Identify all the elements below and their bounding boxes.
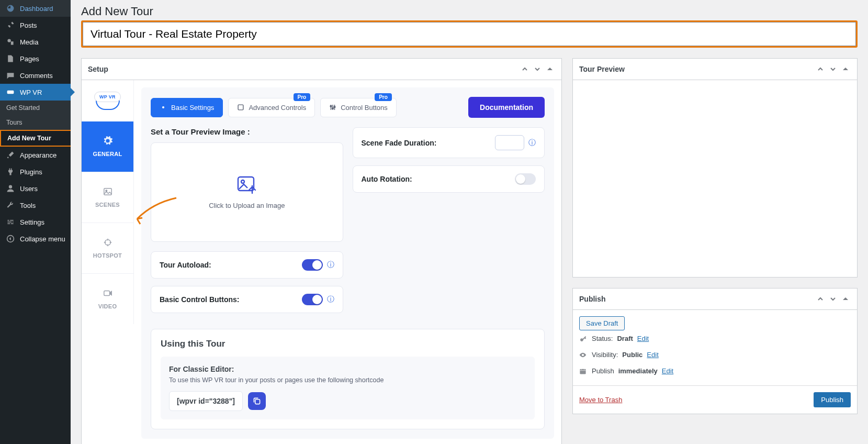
edit-visibility-link[interactable]: Edit [647,351,658,359]
preview-image-label: Set a Tour Preview Image : [151,127,343,136]
tab-general[interactable]: GENERAL [82,121,134,172]
status-row: Status: Draft Edit [579,330,851,347]
chip-advanced-controls[interactable]: Pro Advanced Controls [228,98,315,117]
info-icon[interactable]: ⓘ [528,138,536,148]
tour-preview-metabox: Tour Preview [572,58,858,278]
comment-icon [5,71,16,80]
caret-up-icon[interactable] [840,64,851,74]
save-draft-button[interactable]: Save Draft [579,316,625,330]
sidebar-item-users[interactable]: Users [0,180,71,197]
edit-status-link[interactable]: Edit [637,335,649,342]
publish-button[interactable]: Publish [814,392,851,407]
media-icon [5,38,16,46]
chevron-down-icon[interactable] [532,64,543,74]
chip-label: Control Buttons [341,104,388,112]
info-icon[interactable]: ⓘ [327,295,334,304]
setup-header: Setup [82,59,561,80]
chip-basic-settings[interactable]: Basic Settings [151,98,223,117]
chip-label: Advanced Controls [249,104,306,112]
upload-image-icon [236,175,257,194]
svg-point-11 [332,108,334,109]
auto-rotation-row: Auto Rotation: [353,165,545,193]
setting-label: Tour Autoload: [160,261,211,269]
chevron-up-icon[interactable] [520,64,530,74]
page-title: Add New Tour [81,0,858,20]
move-to-trash-link[interactable]: Move to Trash [579,396,622,404]
tab-label: HOTSPOT [93,252,122,259]
page-icon [5,54,16,63]
using-tour-title: Using this Tour [161,339,535,349]
tab-scenes[interactable]: SCENES [82,172,134,223]
tab-label: GENERAL [93,151,122,157]
copy-icon [253,397,261,405]
setting-label: Scene Fade Duration: [362,139,437,147]
tab-hotspot[interactable]: HOTSPOT [82,223,134,274]
tab-label: VIDEO [98,303,117,309]
sidebar-item-media[interactable]: Media [0,34,71,50]
chevron-up-icon[interactable] [815,64,826,74]
tab-label: SCENES [95,202,120,208]
tour-autoload-toggle[interactable] [302,259,323,271]
sidebar-item-pages[interactable]: Pages [0,50,71,67]
eye-icon [579,351,588,359]
tab-video[interactable]: VIDEO [82,274,134,324]
chevron-up-icon[interactable] [815,294,826,304]
classic-editor-desc: To use this WP VR tour in your posts or … [169,376,526,384]
plug-icon [5,168,16,176]
sidebar-submenu: Get Started Tours Add New Tour [0,101,71,147]
classic-editor-heading: For Classic Editor: [169,365,526,373]
setting-label: Auto Rotation: [362,175,412,183]
sidebar-item-plugins[interactable]: Plugins [0,163,71,180]
setup-content: Basic Settings Pro Advanced Controls Pro [141,87,554,439]
auto-rotation-toggle[interactable] [515,173,536,185]
sidebar-item-wpvr[interactable]: WP VR [0,84,71,101]
sidebar-item-collapse[interactable]: Collapse menu [0,230,71,247]
using-tour-box: Using this Tour For Classic Editor: To u… [151,329,545,429]
wpvr-logo: WP VR [82,80,134,121]
sidebar-item-dashboard[interactable]: Dashboard [0,0,71,17]
settings-top-bar: Basic Settings Pro Advanced Controls Pro [151,97,545,118]
collapse-icon [5,235,16,243]
upload-image-box[interactable]: Click to Upload an Image [151,142,343,242]
chip-control-buttons[interactable]: Pro Control Buttons [320,98,397,117]
scene-fade-input[interactable] [495,135,524,150]
documentation-button[interactable]: Documentation [468,97,545,118]
sidebar-sub-add-new-tour[interactable]: Add New Tour [0,130,71,147]
sidebar-item-comments[interactable]: Comments [0,67,71,84]
sidebar-item-settings[interactable]: Settings [0,214,71,230]
svg-rect-1 [7,91,14,94]
visibility-value: Public [622,351,642,359]
active-indicator-icon [71,88,75,96]
chevron-down-icon[interactable] [828,64,838,74]
basic-control-toggle[interactable] [302,294,323,305]
title-input-highlight [81,20,858,48]
svg-rect-4 [104,188,111,195]
publish-title: Publish [579,295,606,303]
sidebar-sub-tours[interactable]: Tours [0,115,71,130]
sidebar-item-tools[interactable]: Tools [0,197,71,214]
sidebar-item-label: Media [20,38,38,46]
caret-up-icon[interactable] [545,64,555,74]
calendar-icon [579,368,588,375]
visibility-row: Visibility: Public Edit [579,347,851,363]
gear-icon [103,136,112,146]
scene-fade-row: Scene Fade Duration: ⓘ [353,127,545,158]
sidebar-item-posts[interactable]: Posts [0,17,71,34]
sidebar-item-label: Pages [20,55,39,63]
vr-icon [5,88,16,96]
upload-text: Click to Upload an Image [209,202,285,209]
copy-shortcode-button[interactable] [248,392,266,410]
pin-icon [5,21,16,29]
sidebar-item-appearance[interactable]: Appearance [0,147,71,163]
chevron-down-icon[interactable] [828,294,838,304]
sidebar-sub-get-started[interactable]: Get Started [0,101,71,115]
shortcode-text: [wpvr id="3288"] [169,391,243,411]
tour-preview-header: Tour Preview [573,59,857,80]
svg-point-8 [162,106,164,108]
edit-schedule-link[interactable]: Edit [662,367,673,375]
caret-up-icon[interactable] [840,294,851,304]
tour-title-input[interactable] [83,22,856,46]
chip-label: Basic Settings [171,104,214,112]
info-icon[interactable]: ⓘ [327,260,334,270]
status-label: Status: [592,335,613,342]
